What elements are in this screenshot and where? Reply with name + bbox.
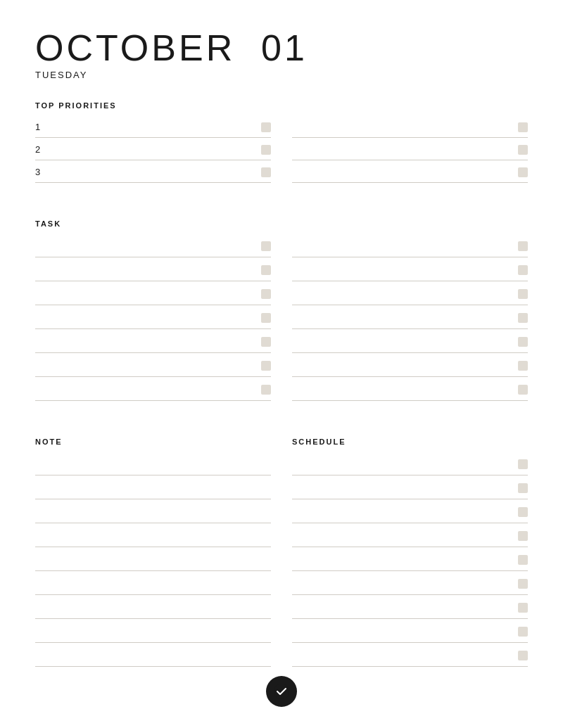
task-checkbox-r7[interactable] <box>518 385 528 395</box>
schedule-checkbox-1[interactable] <box>518 459 528 469</box>
task-checkbox-l1[interactable] <box>261 241 271 251</box>
task-row-r1 <box>292 235 528 257</box>
svg-point-0 <box>274 684 289 699</box>
priority-row-1: 1 <box>35 117 271 138</box>
task-checkbox-r4[interactable] <box>518 313 528 323</box>
task-checkbox-l5[interactable] <box>261 337 271 347</box>
priority-row-r3 <box>292 162 528 183</box>
fab-check-button[interactable] <box>266 676 297 707</box>
schedule-row-7 <box>292 596 528 619</box>
note-col: NOTE <box>35 438 271 668</box>
task-checkbox-l7[interactable] <box>261 385 271 395</box>
schedule-checkbox-7[interactable] <box>518 603 528 613</box>
note-line-9 <box>35 644 271 667</box>
task-label: TASK <box>35 219 528 228</box>
task-checkbox-r6[interactable] <box>518 361 528 371</box>
schedule-row-4 <box>292 525 528 547</box>
schedule-row-9 <box>292 644 528 667</box>
task-checkbox-r5[interactable] <box>518 337 528 347</box>
priority-number-3: 3 <box>35 167 48 177</box>
task-row-r6 <box>292 355 528 377</box>
priority-checkbox-r1[interactable] <box>518 122 528 132</box>
priorities-left-col: 1 2 3 <box>35 117 271 184</box>
note-line-4 <box>35 525 271 547</box>
month-label: OCTOBER <box>35 27 235 68</box>
note-line-3 <box>35 501 271 523</box>
schedule-checkbox-5[interactable] <box>518 555 528 565</box>
priorities-columns: 1 2 3 <box>35 117 528 184</box>
priority-number-2: 2 <box>35 144 48 155</box>
note-line-1 <box>35 453 271 475</box>
note-label: NOTE <box>35 438 271 446</box>
task-row-l5 <box>35 331 271 353</box>
schedule-col: SCHEDULE <box>292 438 528 668</box>
task-row-l2 <box>35 259 271 281</box>
task-checkbox-l4[interactable] <box>261 313 271 323</box>
task-checkbox-l2[interactable] <box>261 265 271 275</box>
priority-number-1: 1 <box>35 122 48 132</box>
priority-row-r2 <box>292 139 528 160</box>
tasks-left-col <box>35 235 271 402</box>
priorities-right-col <box>292 117 528 184</box>
note-line-2 <box>35 477 271 499</box>
priority-checkbox-3[interactable] <box>261 167 271 177</box>
priority-checkbox-r2[interactable] <box>518 145 528 155</box>
task-checkbox-l6[interactable] <box>261 361 271 371</box>
top-priorities-section: TOP PRIORITIES 1 2 3 <box>35 101 528 184</box>
note-line-6 <box>35 573 271 595</box>
schedule-checkbox-4[interactable] <box>518 531 528 541</box>
check-icon <box>274 684 289 699</box>
task-checkbox-r2[interactable] <box>518 265 528 275</box>
priority-row-3: 3 <box>35 162 271 183</box>
schedule-checkbox-6[interactable] <box>518 579 528 589</box>
schedule-row-8 <box>292 620 528 643</box>
task-checkbox-r1[interactable] <box>518 241 528 251</box>
day-label: 01 <box>261 27 308 68</box>
schedule-row-3 <box>292 501 528 523</box>
task-row-r4 <box>292 307 528 329</box>
schedule-checkbox-8[interactable] <box>518 627 528 637</box>
schedule-row-1 <box>292 453 528 475</box>
task-row-r3 <box>292 283 528 305</box>
schedule-checkbox-9[interactable] <box>518 651 528 660</box>
schedule-checkbox-3[interactable] <box>518 507 528 517</box>
note-schedule-section: NOTE SCHEDULE <box>35 438 528 668</box>
task-columns <box>35 235 528 402</box>
task-checkbox-r3[interactable] <box>518 289 528 299</box>
priority-checkbox-1[interactable] <box>261 122 271 132</box>
task-row-r2 <box>292 259 528 281</box>
task-row-l1 <box>35 235 271 257</box>
task-row-l6 <box>35 355 271 377</box>
task-row-r5 <box>292 331 528 353</box>
schedule-checkbox-2[interactable] <box>518 483 528 493</box>
schedule-row-2 <box>292 477 528 499</box>
top-priorities-label: TOP PRIORITIES <box>35 101 528 110</box>
priority-row-2: 2 <box>35 139 271 160</box>
task-row-l7 <box>35 378 271 401</box>
priority-checkbox-2[interactable] <box>261 145 271 155</box>
header: OCTOBER 01 TUESDAY <box>35 28 528 80</box>
priority-checkbox-r3[interactable] <box>518 167 528 177</box>
date-title: OCTOBER 01 <box>35 28 528 68</box>
task-row-l3 <box>35 283 271 305</box>
note-line-8 <box>35 620 271 643</box>
task-section: TASK <box>35 219 528 402</box>
schedule-label: SCHEDULE <box>292 438 528 446</box>
schedule-row-6 <box>292 573 528 595</box>
weekday-label: TUESDAY <box>35 70 528 80</box>
task-checkbox-l3[interactable] <box>261 289 271 299</box>
schedule-row-5 <box>292 549 528 571</box>
note-line-5 <box>35 549 271 571</box>
note-line-7 <box>35 596 271 619</box>
tasks-right-col <box>292 235 528 402</box>
task-row-l4 <box>35 307 271 329</box>
priority-row-r1 <box>292 117 528 138</box>
task-row-r7 <box>292 378 528 401</box>
page: OCTOBER 01 TUESDAY TOP PRIORITIES 1 2 <box>0 0 563 724</box>
